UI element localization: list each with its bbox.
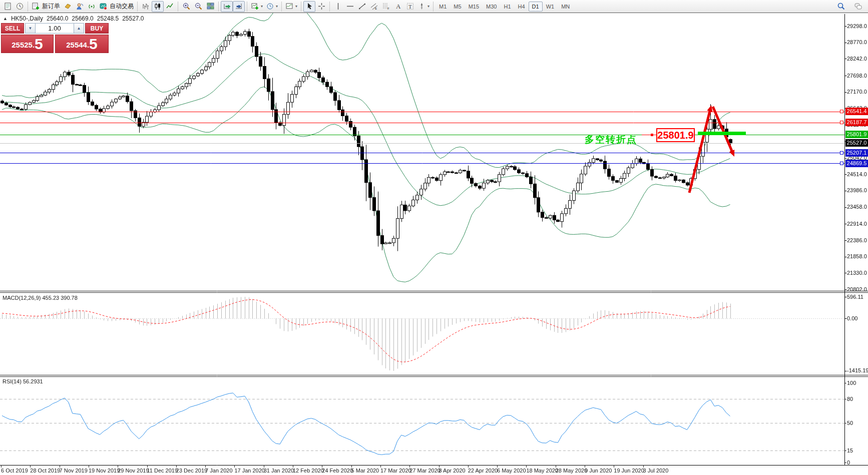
candlestick-chart-button[interactable] — [152, 1, 164, 12]
autotrading-button[interactable]: 自动交易 — [98, 1, 135, 12]
toolbar-separator — [178, 2, 178, 12]
rsi-axis-label: 50 — [847, 420, 853, 426]
chart-list-icon[interactable] — [2, 1, 14, 12]
price-badge: 26541.4 — [845, 108, 868, 115]
timeframe-d1-button[interactable]: D1 — [529, 2, 543, 12]
pivot-price-label[interactable]: 25801.9 — [656, 128, 695, 142]
buy-price-display[interactable]: 25544.5 — [55, 35, 109, 53]
community-icon[interactable] — [74, 1, 86, 12]
volume-decrease-button[interactable]: ▼ — [25, 23, 36, 34]
price-badge: 26187.7 — [845, 119, 868, 126]
buy-button[interactable]: BUY — [85, 23, 109, 34]
templates-button[interactable]: ▾ — [284, 1, 299, 12]
macd-axis-label: 596.11 — [847, 294, 863, 300]
buy-price-fraction: 5 — [89, 37, 98, 52]
price-badge: 25527.0 — [845, 139, 868, 147]
zoom-in-button[interactable] — [180, 1, 192, 12]
timeframe-h4-button[interactable]: H4 — [515, 2, 529, 12]
price-tick-label: 22914.0 — [847, 221, 867, 227]
sell-price-fraction: 5 — [35, 37, 43, 52]
toolbar-separator — [28, 2, 28, 12]
date-label: 6 Oct 2019 — [1, 467, 28, 473]
date-label: 9 Jun 2020 — [585, 467, 612, 473]
symbol-header: ▲ HK50-,Daily 25640.0 25669.0 25248.5 25… — [3, 15, 144, 22]
timeframe-mn-button[interactable]: MN — [558, 2, 573, 12]
date-label: 18 May 2020 — [526, 467, 558, 473]
collapse-triangle-icon[interactable]: ▲ — [3, 16, 8, 21]
rsi-axis-label: 0 — [847, 459, 850, 465]
trendline-button[interactable] — [356, 1, 368, 12]
vertical-line-button[interactable] — [332, 1, 344, 12]
rsi-axis-label: 15 — [847, 447, 853, 453]
price-tick-label: 27170.0 — [847, 89, 867, 95]
tile-windows-button[interactable] — [204, 1, 216, 12]
new-order-button[interactable]: 新订单 — [30, 1, 62, 12]
macd-axis-label: -1415.19 — [847, 367, 868, 373]
chevron-down-icon: ▾ — [427, 4, 429, 9]
price-badge: 24869.5 — [845, 160, 868, 167]
price-tick-label: 29298.0 — [847, 23, 867, 29]
toolbar: 新订单自动交易▾▾▾EFAT▾M1M5M15M30H1H4D1W1MN — [0, 0, 868, 13]
ohlc-low: 25248.5 — [97, 15, 119, 22]
date-label: 27 Mar 2020 — [409, 467, 441, 473]
date-label: 12 Feb 2020 — [293, 467, 324, 473]
channel-button[interactable]: E — [368, 1, 380, 12]
horizontal-line-button[interactable] — [344, 1, 356, 12]
date-label: 29 Nov 2019 — [118, 467, 149, 473]
svg-text:T: T — [408, 4, 412, 10]
pivot-annotation-text[interactable]: 多空转折点 — [585, 133, 637, 146]
indicators-button[interactable]: ▾ — [249, 1, 264, 12]
crosshair-button[interactable] — [315, 1, 327, 12]
macd-label: MACD(12,26,9) 455.23 390.78 — [3, 295, 78, 301]
bar-chart-button[interactable] — [140, 1, 152, 12]
toolbar-separator — [329, 2, 330, 12]
pivot-thick-line[interactable] — [698, 132, 746, 135]
timeframe-h1-button[interactable]: H1 — [500, 2, 514, 12]
price-tick-label: 28242.0 — [847, 56, 867, 62]
symbol-period-label: HK50-,Daily — [11, 15, 43, 22]
timeframe-m30-button[interactable]: M30 — [483, 2, 500, 12]
volume-increase-button[interactable]: ▲ — [74, 23, 84, 34]
search-icon[interactable] — [835, 1, 847, 12]
volume-input[interactable] — [36, 23, 74, 34]
date-label: 22 Apr 2020 — [468, 467, 498, 473]
sell-price-display[interactable]: 25525.5 — [1, 35, 54, 53]
date-label: 17 Jan 2020 — [234, 467, 265, 473]
svg-text:A: A — [396, 3, 401, 10]
price-tick-label: 21330.0 — [847, 270, 867, 276]
chat-icon[interactable] — [852, 1, 864, 12]
label-button[interactable]: T — [404, 1, 416, 12]
date-label: 24 Feb 2020 — [322, 467, 353, 473]
price-tick-label: 27698.0 — [847, 73, 867, 79]
tester-icon[interactable] — [14, 1, 26, 12]
date-label: 19 Nov 2019 — [89, 467, 120, 473]
cursor-button[interactable] — [303, 1, 315, 12]
timeframe-m15-button[interactable]: M15 — [465, 2, 483, 12]
arrows-button[interactable]: ▾ — [416, 1, 431, 12]
timeframe-w1-button[interactable]: W1 — [543, 2, 558, 12]
toolbar-separator — [433, 2, 433, 12]
rsi-label: RSI(14) 56.2931 — [3, 378, 43, 384]
metaeditor-icon[interactable] — [62, 1, 74, 12]
price-chart-canvas[interactable] — [0, 13, 868, 475]
line-chart-button[interactable] — [164, 1, 176, 12]
periods-button[interactable]: ▾ — [264, 1, 279, 12]
timeframe-m1-button[interactable]: M1 — [436, 2, 450, 12]
price-tick-label: 23458.0 — [847, 204, 867, 210]
timeframe-m5-button[interactable]: M5 — [450, 2, 465, 12]
rsi-axis-label: 80 — [847, 396, 853, 402]
chevron-down-icon: ▾ — [295, 4, 297, 9]
text-button[interactable]: A — [392, 1, 404, 12]
zoom-out-button[interactable] — [192, 1, 204, 12]
sell-button[interactable]: SELL — [1, 23, 24, 34]
date-label: 8 Apr 2020 — [439, 467, 466, 473]
price-tick-label: 23986.0 — [847, 187, 867, 193]
chevron-down-icon: ▾ — [276, 4, 278, 9]
toolbar-separator — [247, 2, 247, 12]
ohlc-open: 25640.0 — [47, 15, 68, 22]
signals-icon[interactable] — [86, 1, 98, 12]
date-label: 17 Mar 2020 — [380, 467, 411, 473]
auto-scroll-button[interactable] — [221, 1, 233, 12]
chart-shift-button[interactable] — [233, 1, 245, 12]
fibonacci-button[interactable]: F — [380, 1, 392, 12]
